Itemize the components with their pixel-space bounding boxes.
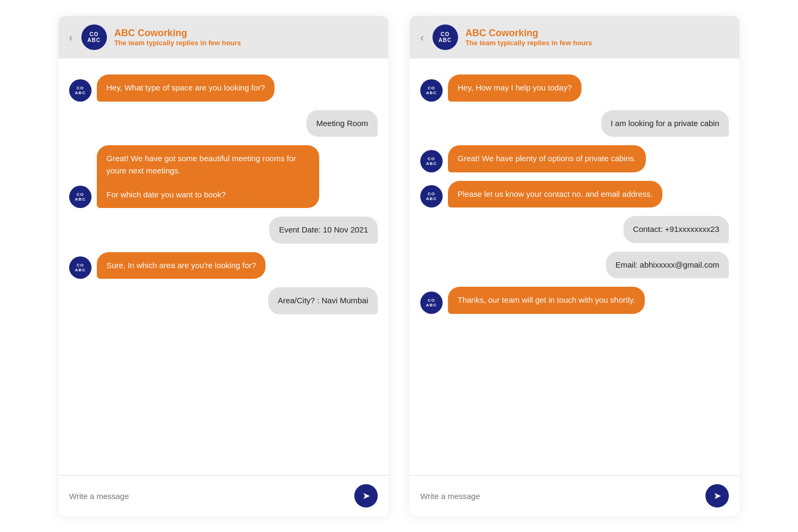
bubble-bot: Thanks, our team will get in touch with … [448,287,645,314]
bubble-user: Event Date: 10 Nov 2021 [269,217,378,244]
logo-1: CO ABC [81,24,107,50]
message-row: I am looking for a private cabin [420,110,729,137]
logo-top-1: CO [89,31,98,37]
message-row: CO ABC Hey, How may I help you today? [420,74,729,102]
bubble-user: Area/City? : Navi Mumbai [268,287,378,314]
logo-2: CO ABC [433,24,458,50]
avatar: CO ABC [69,256,92,279]
message-row: CO ABC Thanks, our team will get in touc… [420,287,729,314]
chat-body-2: CO ABC Hey, How may I help you today? I … [410,59,739,475]
back-arrow-2[interactable]: ‹ [420,31,424,44]
logo-top-2: CO [440,31,450,37]
bubble-bot: Hey, What type of space are you looking … [97,74,275,102]
message-row: CO ABC Sure, In which area are you're lo… [69,252,378,279]
message-row: Event Date: 10 Nov 2021 [69,217,378,244]
brand-subtitle-2: The team typically replies in few hours [466,39,592,47]
brand-subtitle-1: The team typically replies in few hours [114,39,241,47]
send-icon-1: ➤ [362,490,370,502]
bubble-bot: Great! We have plenty of options of priv… [448,145,646,172]
logo-bottom-1: ABC [87,37,101,43]
chat-footer-2: ➤ [410,475,739,516]
logo-bottom-2: ABC [438,37,452,43]
send-icon-2: ➤ [713,490,721,502]
chat-window-2: ‹ CO ABC ABC Coworking The team typicall… [410,16,739,516]
avatar: CO ABC [420,150,443,172]
message-row: CO ABC Great! We have plenty of options … [420,145,729,172]
bubble-user: Contact: +91xxxxxxxx23 [624,216,729,243]
brand-name-2: ABC Coworking [466,28,592,39]
send-button-1[interactable]: ➤ [354,484,378,508]
header-info-1: ABC Coworking The team typically replies… [114,28,241,47]
message-row: CO ABC Hey, What type of space are you l… [69,74,378,102]
message-input-1[interactable] [69,492,348,501]
bubble-user: I am looking for a private cabin [601,110,729,137]
avatar: CO ABC [69,79,92,102]
chat-header-2: ‹ CO ABC ABC Coworking The team typicall… [410,16,739,59]
bubble-bot: Sure, In which area are you're looking f… [97,252,265,279]
message-row: Email: abhixxxxx@gmail.com [420,252,729,279]
chat-window-1: ‹ CO ABC ABC Coworking The team typicall… [59,16,388,516]
back-arrow-1[interactable]: ‹ [69,31,73,44]
chat-header-1: ‹ CO ABC ABC Coworking The team typicall… [59,16,388,59]
message-row: Contact: +91xxxxxxxx23 [420,216,729,243]
avatar: CO ABC [420,292,443,314]
bubble-bot: Great! We have got some beautiful meetin… [97,145,319,208]
bubble-user: Meeting Room [306,110,378,137]
bubble-bot: Please let us know your contact no. and … [448,181,662,208]
chat-footer-1: ➤ [59,475,388,516]
avatar: CO ABC [420,185,443,207]
message-row: Area/City? : Navi Mumbai [69,287,378,314]
bubble-user: Email: abhixxxxx@gmail.com [606,252,729,279]
brand-name-1: ABC Coworking [114,28,241,39]
message-input-2[interactable] [420,492,699,501]
avatar: CO ABC [420,79,443,102]
message-row: CO ABC Please let us know your contact n… [420,181,729,208]
bubble-bot: Hey, How may I help you today? [448,74,581,102]
header-info-2: ABC Coworking The team typically replies… [466,28,592,47]
send-button-2[interactable]: ➤ [705,484,729,508]
message-row: CO ABC Great! We have got some beautiful… [69,145,378,208]
avatar: CO ABC [69,186,92,208]
chat-body-1: CO ABC Hey, What type of space are you l… [59,59,388,475]
message-row: Meeting Room [69,110,378,137]
